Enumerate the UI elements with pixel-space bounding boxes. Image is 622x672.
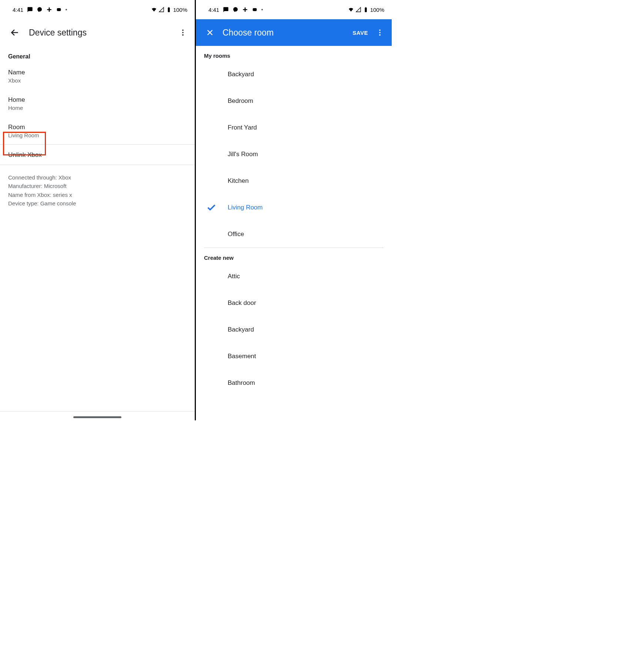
chat-bubble-icon (223, 7, 229, 13)
room-item-label: Attic (228, 273, 240, 280)
room-item[interactable]: Office (196, 221, 392, 248)
row-label: Name (8, 69, 187, 76)
room-item-label: Office (228, 231, 244, 238)
room-item[interactable]: Basement (196, 343, 392, 370)
messenger-icon (233, 7, 238, 13)
more-menu-button[interactable] (175, 25, 190, 40)
svg-point-8 (182, 34, 184, 36)
slack-icon (46, 7, 52, 13)
app-bar: Device settings (0, 19, 195, 46)
svg-rect-12 (253, 8, 257, 11)
close-icon (206, 28, 214, 37)
room-item-label: Basement (228, 353, 256, 360)
device-metadata: Connected through: Xbox Manufacturer: Mi… (0, 165, 195, 216)
svg-point-6 (182, 30, 184, 31)
battery-percent: 100% (370, 7, 384, 13)
status-time: 4:41 (208, 7, 219, 13)
back-button[interactable] (7, 25, 22, 40)
row-name[interactable]: Name Xbox (0, 62, 195, 90)
home-pill-icon (73, 416, 121, 418)
signal-icon (355, 7, 361, 13)
svg-rect-11 (245, 7, 246, 12)
room-item[interactable]: Living Room (196, 194, 392, 221)
wifi-icon (348, 7, 354, 13)
row-value: Xbox (8, 77, 187, 84)
room-item-label: Back door (228, 299, 256, 307)
notification-overflow-icon (66, 9, 67, 10)
more-vert-icon (376, 28, 384, 37)
messenger-icon (37, 7, 43, 13)
room-item[interactable]: Bedroom (196, 88, 392, 114)
room-item-label: Kitchen (228, 177, 249, 185)
section-header-create-new: Create new (196, 248, 392, 263)
app-bar: Choose room SAVE (196, 19, 392, 46)
svg-point-16 (379, 32, 381, 33)
more-menu-button[interactable] (372, 25, 387, 40)
signal-icon (158, 7, 164, 13)
close-button[interactable] (203, 25, 217, 40)
svg-rect-14 (365, 7, 366, 7)
room-item[interactable]: Backyard (196, 316, 392, 343)
divider (0, 411, 195, 411)
discord-icon (56, 7, 62, 13)
room-item[interactable]: Backyard (196, 61, 392, 88)
meta-name-from: Name from Xbox: series x (8, 191, 187, 199)
room-item-label: Front Yard (228, 124, 257, 131)
row-home[interactable]: Home Home (0, 90, 195, 117)
row-value: Home (8, 105, 187, 111)
room-item-label: Bedroom (228, 97, 253, 105)
svg-point-15 (379, 30, 381, 31)
room-item[interactable]: Kitchen (196, 168, 392, 194)
room-item-label: Jill's Room (228, 151, 258, 158)
room-item-label: Backyard (228, 71, 254, 78)
meta-manufacturer: Manufacturer: Microsoft (8, 182, 187, 190)
room-item[interactable]: Attic (196, 263, 392, 290)
save-button[interactable]: SAVE (352, 30, 368, 36)
notification-overflow-icon (261, 9, 263, 10)
section-header-general: General (0, 46, 195, 62)
page-title: Device settings (29, 28, 175, 38)
svg-point-0 (37, 7, 42, 11)
room-item-label: Bathroom (228, 379, 255, 387)
more-vert-icon (179, 28, 187, 37)
battery-percent: 100% (173, 7, 187, 13)
meta-connected: Connected through: Xbox (8, 173, 187, 182)
row-room[interactable]: Room Living Room (0, 117, 195, 144)
page-title: Choose room (223, 28, 352, 38)
discord-icon (252, 7, 258, 13)
section-header-my-rooms: My rooms (196, 46, 392, 61)
row-unlink[interactable]: Unlink Xbox (0, 145, 195, 165)
slack-icon (242, 7, 248, 13)
arrow-back-icon (10, 28, 20, 37)
svg-rect-5 (168, 7, 169, 7)
status-time: 4:41 (13, 7, 23, 13)
svg-point-7 (182, 32, 184, 33)
svg-rect-3 (57, 8, 61, 11)
row-value: Living Room (8, 132, 187, 138)
meta-device-type: Device type: Game console (8, 199, 187, 208)
status-bar: 4:41 (196, 0, 392, 19)
battery-icon (363, 7, 369, 13)
svg-rect-13 (365, 8, 367, 12)
svg-rect-2 (49, 7, 50, 12)
svg-point-17 (379, 34, 381, 36)
battery-icon (166, 7, 172, 13)
room-item[interactable]: Front Yard (196, 114, 392, 141)
room-item[interactable]: Back door (196, 290, 392, 316)
status-bar: 4:41 (0, 0, 195, 19)
room-item[interactable]: Bathroom (196, 370, 392, 396)
room-item[interactable]: Jill's Room (196, 141, 392, 168)
chat-bubble-icon (27, 7, 33, 13)
row-label: Unlink Xbox (8, 151, 187, 159)
check-icon (205, 201, 218, 214)
nav-bar[interactable] (0, 416, 195, 418)
svg-point-9 (233, 7, 238, 11)
room-item-label: Living Room (228, 204, 263, 211)
svg-rect-4 (168, 8, 170, 12)
room-item-label: Backyard (228, 326, 254, 333)
row-label: Home (8, 96, 187, 104)
wifi-icon (151, 7, 157, 13)
row-label: Room (8, 124, 187, 131)
